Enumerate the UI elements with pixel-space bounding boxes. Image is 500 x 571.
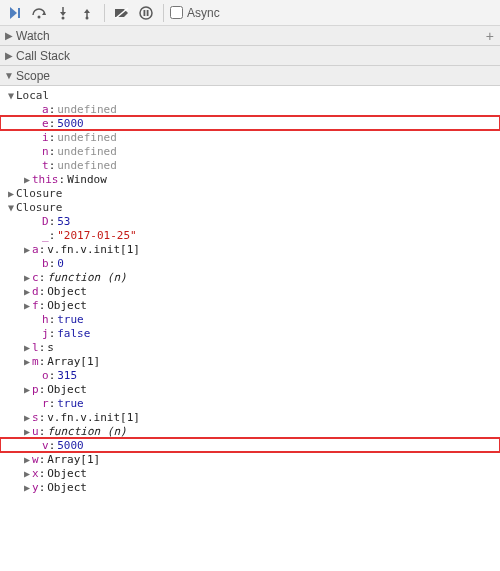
chevron-right-icon: ▶ — [22, 384, 32, 395]
scope-variable: v: 5000 — [0, 438, 500, 452]
var-name: e — [42, 117, 49, 130]
scope-variable: n: undefined — [0, 144, 500, 158]
var-value: Window — [67, 173, 107, 186]
colon: : — [49, 229, 56, 242]
scope-group-closure[interactable]: ▶ Closure — [0, 186, 500, 200]
scope-group-local[interactable]: ▼ Local — [0, 88, 500, 102]
chevron-right-icon: ▶ — [22, 426, 32, 437]
var-value: function (n) — [47, 271, 126, 284]
scope-variable[interactable]: ▶m: Array[1] — [0, 354, 500, 368]
scope-variable[interactable]: ▶l: s — [0, 340, 500, 354]
scope-variable[interactable]: ▶this: Window — [0, 172, 500, 186]
scope-variable: a: undefined — [0, 102, 500, 116]
colon: : — [49, 257, 56, 270]
scope-variable[interactable]: ▶s: v.fn.v.init[1] — [0, 410, 500, 424]
step-into-icon[interactable] — [52, 2, 74, 24]
var-name: a — [42, 103, 49, 116]
var-name: u — [32, 425, 39, 438]
add-watch-icon[interactable]: + — [484, 28, 496, 44]
colon: : — [49, 145, 56, 158]
var-name: s — [32, 411, 39, 424]
var-value: false — [57, 327, 90, 340]
step-over-icon[interactable] — [28, 2, 50, 24]
var-name: t — [42, 159, 49, 172]
colon: : — [49, 397, 56, 410]
var-name: _ — [42, 229, 49, 242]
watch-panel-header[interactable]: ▶ Watch + — [0, 26, 500, 46]
colon: : — [39, 425, 46, 438]
colon: : — [49, 327, 56, 340]
var-value: undefined — [57, 103, 117, 116]
var-name: f — [32, 299, 39, 312]
scope-variable: b: 0 — [0, 256, 500, 270]
async-checkbox[interactable]: Async — [170, 6, 220, 20]
scope-variable[interactable]: ▶x: Object — [0, 466, 500, 480]
var-name: m — [32, 355, 39, 368]
callstack-title: Call Stack — [16, 49, 496, 63]
async-checkbox-input[interactable] — [170, 6, 183, 19]
scope-variable: _: "2017-01-25" — [0, 228, 500, 242]
chevron-down-icon: ▼ — [6, 202, 16, 213]
colon: : — [49, 313, 56, 326]
colon: : — [39, 467, 46, 480]
scope-variable[interactable]: ▶u: function (n) — [0, 424, 500, 438]
scope-variable: D: 53 — [0, 214, 500, 228]
svg-rect-8 — [144, 10, 146, 16]
scope-variable: j: false — [0, 326, 500, 340]
scope-variable[interactable]: ▶w: Array[1] — [0, 452, 500, 466]
var-value: 5000 — [57, 439, 84, 452]
colon: : — [39, 271, 46, 284]
scope-variable[interactable]: ▶c: function (n) — [0, 270, 500, 284]
chevron-right-icon: ▶ — [22, 342, 32, 353]
colon: : — [49, 159, 56, 172]
colon: : — [39, 453, 46, 466]
chevron-right-icon: ▶ — [22, 468, 32, 479]
chevron-right-icon: ▶ — [22, 412, 32, 423]
var-value: undefined — [57, 159, 117, 172]
scope-group-closure[interactable]: ▼ Closure — [0, 200, 500, 214]
colon: : — [49, 131, 56, 144]
chevron-down-icon: ▼ — [4, 70, 14, 81]
var-value: v.fn.v.init[1] — [47, 243, 140, 256]
chevron-right-icon: ▶ — [22, 454, 32, 465]
var-value: 5000 — [57, 117, 84, 130]
var-value: undefined — [57, 145, 117, 158]
pause-exceptions-icon[interactable] — [135, 2, 157, 24]
var-name: c — [32, 271, 39, 284]
chevron-right-icon: ▶ — [4, 50, 14, 61]
scope-variable: h: true — [0, 312, 500, 326]
colon: : — [49, 117, 56, 130]
var-value: Object — [47, 481, 87, 494]
deactivate-breakpoints-icon[interactable] — [111, 2, 133, 24]
scope-panel-header[interactable]: ▼ Scope — [0, 66, 500, 86]
svg-point-1 — [38, 15, 41, 18]
scope-variable[interactable]: ▶p: Object — [0, 382, 500, 396]
colon: : — [39, 243, 46, 256]
var-value: "2017-01-25" — [57, 229, 136, 242]
colon: : — [49, 369, 56, 382]
watch-title: Watch — [16, 29, 484, 43]
resume-icon[interactable] — [4, 2, 26, 24]
callstack-panel-header[interactable]: ▶ Call Stack — [0, 46, 500, 66]
scope-variable: t: undefined — [0, 158, 500, 172]
svg-rect-9 — [147, 10, 149, 16]
chevron-right-icon: ▶ — [22, 356, 32, 367]
colon: : — [39, 481, 46, 494]
scope-variable[interactable]: ▶f: Object — [0, 298, 500, 312]
step-out-icon[interactable] — [76, 2, 98, 24]
scope-variable[interactable]: ▶a: v.fn.v.init[1] — [0, 242, 500, 256]
chevron-down-icon: ▼ — [6, 90, 16, 101]
var-value: 315 — [57, 369, 77, 382]
scope-variable[interactable]: ▶y: Object — [0, 480, 500, 494]
var-name: p — [32, 383, 39, 396]
var-name: d — [32, 285, 39, 298]
var-name: a — [32, 243, 39, 256]
scope-title: Scope — [16, 69, 496, 83]
scope-variable[interactable]: ▶d: Object — [0, 284, 500, 298]
var-value: Object — [47, 299, 87, 312]
colon: : — [49, 439, 56, 452]
var-name: o — [42, 369, 49, 382]
chevron-right-icon: ▶ — [22, 174, 32, 185]
colon: : — [59, 173, 66, 186]
var-value: Object — [47, 383, 87, 396]
